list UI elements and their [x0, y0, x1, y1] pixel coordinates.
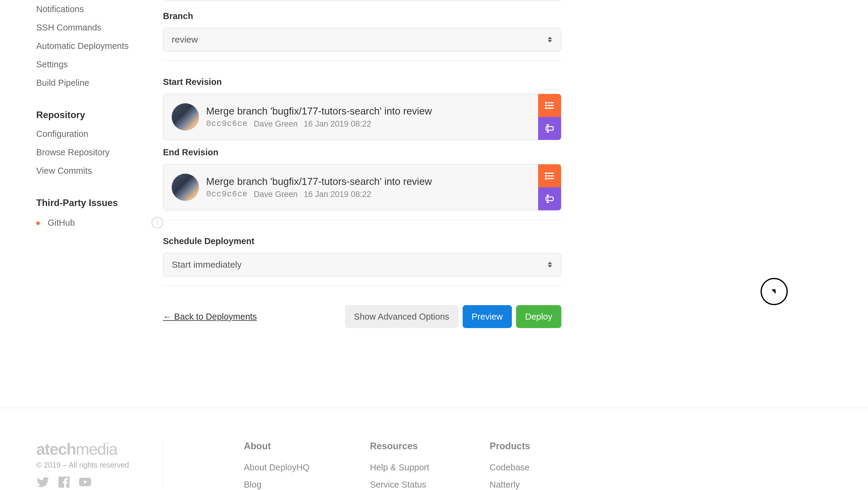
- main-content: Branch review Start Revision Merge branc…: [163, 0, 567, 408]
- list-icon: [544, 100, 555, 111]
- list-commits-button[interactable]: [538, 94, 561, 117]
- svg-point-3: [546, 103, 547, 103]
- svg-point-13: [546, 178, 547, 179]
- commit-message: Merge branch 'bugfix/177-tutors-search' …: [206, 105, 530, 117]
- commit-hash: 0cc9c6ce: [206, 119, 248, 129]
- end-revision-label: End Revision: [163, 140, 561, 157]
- deploy-button[interactable]: Deploy: [516, 305, 561, 328]
- enter-commit-button[interactable]: [538, 187, 561, 210]
- list-icon: [544, 170, 555, 181]
- commit-timestamp: 16 Jan 2019 08:22: [304, 119, 371, 129]
- enter-commit-button[interactable]: [538, 117, 561, 140]
- commit-message: Merge branch 'bugfix/177-tutors-search' …: [206, 175, 530, 188]
- brand-logo: atechmedia: [36, 441, 157, 457]
- footer-link[interactable]: Codebase: [490, 459, 530, 476]
- svg-point-5: [546, 108, 547, 109]
- sidebar-heading-issues: Third-Party Issues: [36, 189, 163, 213]
- show-advanced-button[interactable]: Show Advanced Options: [345, 305, 459, 328]
- copyright: © 2019 – All rights reserved: [36, 461, 157, 469]
- start-revision-card: Merge branch 'bugfix/177-tutors-search' …: [163, 94, 561, 140]
- commit-author: Dave Green: [254, 119, 298, 129]
- svg-rect-6: [546, 126, 553, 130]
- commit-timestamp: 16 Jan 2019 08:22: [304, 190, 371, 199]
- branch-label: Branch: [163, 1, 561, 21]
- footer-link[interactable]: Help & Support: [370, 459, 430, 476]
- commit-hash: 0cc9c6ce: [206, 190, 248, 199]
- chevron-updown-icon: [548, 37, 552, 42]
- chevron-updown-icon: [548, 262, 552, 268]
- avatar: [172, 174, 199, 201]
- list-commits-button[interactable]: [538, 164, 561, 187]
- status-dot-icon: [36, 222, 40, 225]
- schedule-select-value: Start immediately: [172, 259, 242, 270]
- preview-button[interactable]: Preview: [463, 305, 512, 328]
- avatar: [172, 103, 199, 131]
- input-cursor-icon: [544, 123, 555, 134]
- footer: atechmedia © 2019 – All rights reserved …: [0, 408, 868, 490]
- footer-heading-about: About: [244, 441, 310, 452]
- sidebar-item-view-commits[interactable]: View Commits: [36, 162, 163, 180]
- start-revision-label: Start Revision: [163, 70, 561, 87]
- sidebar-item-ssh-commands[interactable]: SSH Commands: [36, 19, 163, 37]
- facebook-icon[interactable]: [57, 475, 71, 489]
- back-link[interactable]: ← Back to Deployments: [163, 312, 257, 322]
- sidebar-item-automatic-deployments[interactable]: Automatic Deployments: [36, 37, 163, 55]
- sidebar-item-build-pipeline[interactable]: Build Pipeline: [36, 74, 163, 92]
- input-cursor-icon: [544, 193, 555, 204]
- sidebar-item-notifications[interactable]: Notifications: [36, 0, 163, 19]
- sidebar: Notifications SSH Commands Automatic Dep…: [0, 0, 163, 408]
- schedule-select[interactable]: Start immediately: [163, 253, 561, 277]
- svg-rect-14: [546, 197, 553, 201]
- svg-point-4: [546, 105, 547, 106]
- commit-author: Dave Green: [254, 190, 298, 199]
- footer-link[interactable]: Blog: [244, 476, 310, 490]
- sidebar-heading-repository: Repository: [36, 101, 163, 125]
- footer-link[interactable]: Natterly: [490, 476, 530, 490]
- sidebar-item-browse-repository[interactable]: Browse Repository: [36, 143, 163, 162]
- sidebar-item-settings[interactable]: Settings: [36, 55, 163, 74]
- branch-select[interactable]: review: [163, 28, 561, 51]
- schedule-label: Schedule Deployment: [163, 229, 561, 246]
- footer-link[interactable]: About DeployHQ: [244, 459, 310, 476]
- svg-point-11: [546, 173, 547, 174]
- footer-heading-products: Products: [490, 441, 530, 452]
- footer-heading-resources: Resources: [370, 441, 430, 452]
- sidebar-item-github[interactable]: GitHub i: [36, 213, 163, 233]
- footer-link[interactable]: Service Status: [370, 476, 430, 490]
- youtube-icon[interactable]: [79, 475, 92, 489]
- branch-select-value: review: [172, 34, 198, 45]
- svg-point-12: [546, 175, 547, 176]
- info-icon[interactable]: i: [152, 217, 163, 228]
- twitter-icon[interactable]: [36, 475, 50, 489]
- end-revision-card: Merge branch 'bugfix/177-tutors-search' …: [163, 164, 561, 210]
- sidebar-item-configuration[interactable]: Configuration: [36, 125, 163, 143]
- sidebar-item-label: GitHub: [48, 218, 75, 228]
